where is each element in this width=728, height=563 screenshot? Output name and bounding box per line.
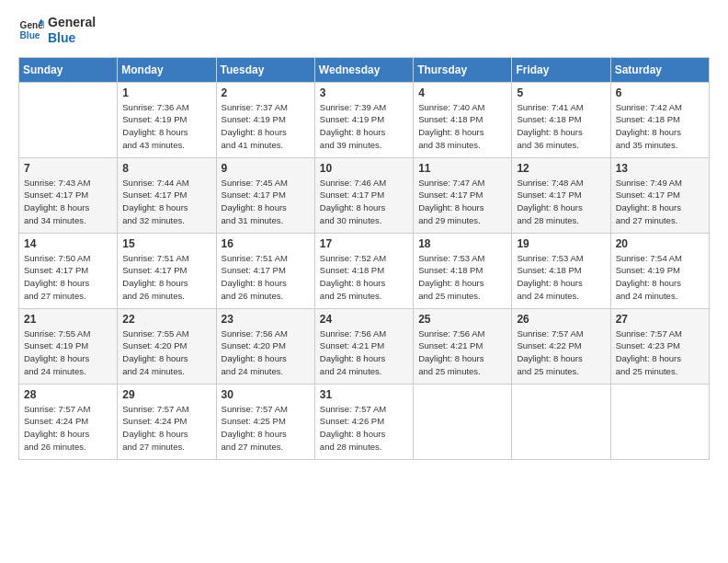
day-number: 5 (517, 86, 605, 99)
calendar-cell: 13Sunrise: 7:49 AMSunset: 4:17 PMDayligh… (610, 157, 709, 233)
day-number: 2 (222, 86, 310, 99)
day-info: Sunrise: 7:57 AMSunset: 4:24 PMDaylight:… (122, 403, 210, 454)
day-number: 29 (122, 388, 210, 401)
day-number: 30 (222, 388, 310, 401)
day-number: 21 (24, 313, 112, 326)
calendar-cell: 11Sunrise: 7:47 AMSunset: 4:17 PMDayligh… (414, 157, 512, 233)
day-info: Sunrise: 7:56 AMSunset: 4:21 PMDaylight:… (418, 327, 506, 378)
calendar-cell: 26Sunrise: 7:57 AMSunset: 4:22 PMDayligh… (512, 308, 610, 384)
svg-text:Blue: Blue (20, 30, 40, 40)
day-info: Sunrise: 7:57 AMSunset: 4:23 PMDaylight:… (616, 327, 704, 378)
day-number: 26 (517, 313, 605, 326)
calendar-cell: 15Sunrise: 7:51 AMSunset: 4:17 PMDayligh… (118, 233, 216, 308)
calendar-cell: 5Sunrise: 7:41 AMSunset: 4:18 PMDaylight… (512, 82, 610, 157)
day-header-saturday: Saturday (610, 57, 709, 82)
calendar-cell: 18Sunrise: 7:53 AMSunset: 4:18 PMDayligh… (414, 233, 512, 308)
week-row-3: 14Sunrise: 7:50 AMSunset: 4:17 PMDayligh… (19, 233, 710, 308)
day-info: Sunrise: 7:43 AMSunset: 4:17 PMDaylight:… (24, 177, 112, 227)
day-number: 9 (222, 162, 310, 175)
calendar-cell: 14Sunrise: 7:50 AMSunset: 4:17 PMDayligh… (19, 233, 118, 308)
day-number: 8 (122, 162, 210, 175)
day-info: Sunrise: 7:47 AMSunset: 4:17 PMDaylight:… (418, 177, 506, 227)
calendar-cell: 1Sunrise: 7:36 AMSunset: 4:19 PMDaylight… (118, 82, 216, 157)
day-number: 18 (418, 237, 506, 250)
day-info: Sunrise: 7:36 AMSunset: 4:19 PMDaylight:… (122, 101, 210, 152)
day-number: 14 (24, 237, 112, 250)
calendar-cell: 3Sunrise: 7:39 AMSunset: 4:19 PMDaylight… (314, 82, 413, 157)
day-number: 1 (122, 86, 210, 99)
day-info: Sunrise: 7:41 AMSunset: 4:18 PMDaylight:… (517, 101, 605, 152)
day-number: 15 (122, 237, 210, 250)
week-row-1: 1Sunrise: 7:36 AMSunset: 4:19 PMDaylight… (19, 82, 710, 157)
day-info: Sunrise: 7:56 AMSunset: 4:20 PMDaylight:… (222, 327, 310, 378)
calendar-cell: 10Sunrise: 7:46 AMSunset: 4:17 PMDayligh… (314, 157, 413, 233)
calendar-cell: 4Sunrise: 7:40 AMSunset: 4:18 PMDaylight… (414, 82, 512, 157)
day-info: Sunrise: 7:42 AMSunset: 4:18 PMDaylight:… (616, 101, 704, 152)
day-number: 25 (418, 313, 506, 326)
page-header: General Blue General Blue (18, 15, 710, 46)
day-info: Sunrise: 7:48 AMSunset: 4:17 PMDaylight:… (517, 177, 605, 227)
day-number: 23 (222, 313, 310, 326)
day-number: 31 (320, 388, 408, 401)
day-info: Sunrise: 7:50 AMSunset: 4:17 PMDaylight:… (24, 252, 112, 303)
day-info: Sunrise: 7:46 AMSunset: 4:17 PMDaylight:… (320, 177, 408, 227)
calendar-cell (414, 384, 512, 459)
calendar-cell: 30Sunrise: 7:57 AMSunset: 4:25 PMDayligh… (216, 384, 314, 459)
day-info: Sunrise: 7:52 AMSunset: 4:18 PMDaylight:… (320, 252, 408, 303)
day-info: Sunrise: 7:54 AMSunset: 4:19 PMDaylight:… (616, 252, 704, 303)
logo: General Blue General Blue (18, 15, 96, 46)
calendar-cell (610, 384, 709, 459)
day-number: 17 (320, 237, 408, 250)
calendar-cell: 2Sunrise: 7:37 AMSunset: 4:19 PMDaylight… (216, 82, 314, 157)
day-number: 13 (616, 162, 704, 175)
day-number: 4 (418, 86, 506, 99)
calendar-cell: 28Sunrise: 7:57 AMSunset: 4:24 PMDayligh… (19, 384, 118, 459)
calendar-table: SundayMondayTuesdayWednesdayThursdayFrid… (18, 57, 710, 460)
calendar-cell: 22Sunrise: 7:55 AMSunset: 4:20 PMDayligh… (118, 308, 216, 384)
day-number: 27 (616, 313, 704, 326)
day-info: Sunrise: 7:45 AMSunset: 4:17 PMDaylight:… (222, 177, 310, 227)
day-number: 22 (122, 313, 210, 326)
day-info: Sunrise: 7:57 AMSunset: 4:26 PMDaylight:… (320, 403, 408, 454)
day-info: Sunrise: 7:39 AMSunset: 4:19 PMDaylight:… (320, 101, 408, 152)
day-info: Sunrise: 7:49 AMSunset: 4:17 PMDaylight:… (616, 177, 704, 227)
day-number: 16 (222, 237, 310, 250)
calendar-cell: 19Sunrise: 7:53 AMSunset: 4:18 PMDayligh… (512, 233, 610, 308)
calendar-cell (19, 82, 118, 157)
calendar-cell: 23Sunrise: 7:56 AMSunset: 4:20 PMDayligh… (216, 308, 314, 384)
day-info: Sunrise: 7:55 AMSunset: 4:20 PMDaylight:… (122, 327, 210, 378)
calendar-cell: 6Sunrise: 7:42 AMSunset: 4:18 PMDaylight… (610, 82, 709, 157)
calendar-cell: 9Sunrise: 7:45 AMSunset: 4:17 PMDaylight… (216, 157, 314, 233)
day-number: 24 (320, 313, 408, 326)
logo-text: General Blue (48, 15, 96, 46)
day-header-friday: Friday (512, 57, 610, 82)
day-info: Sunrise: 7:51 AMSunset: 4:17 PMDaylight:… (122, 252, 210, 303)
day-info: Sunrise: 7:40 AMSunset: 4:18 PMDaylight:… (418, 101, 506, 152)
calendar-cell (512, 384, 610, 459)
logo-icon: General Blue (18, 17, 44, 43)
day-number: 6 (616, 86, 704, 99)
calendar-cell: 20Sunrise: 7:54 AMSunset: 4:19 PMDayligh… (610, 233, 709, 308)
day-header-thursday: Thursday (414, 57, 512, 82)
day-info: Sunrise: 7:53 AMSunset: 4:18 PMDaylight:… (517, 252, 605, 303)
calendar-cell: 17Sunrise: 7:52 AMSunset: 4:18 PMDayligh… (314, 233, 413, 308)
calendar-cell: 27Sunrise: 7:57 AMSunset: 4:23 PMDayligh… (610, 308, 709, 384)
calendar-cell: 8Sunrise: 7:44 AMSunset: 4:17 PMDaylight… (118, 157, 216, 233)
day-number: 11 (418, 162, 506, 175)
calendar-cell: 25Sunrise: 7:56 AMSunset: 4:21 PMDayligh… (414, 308, 512, 384)
week-row-2: 7Sunrise: 7:43 AMSunset: 4:17 PMDaylight… (19, 157, 710, 233)
day-info: Sunrise: 7:53 AMSunset: 4:18 PMDaylight:… (418, 252, 506, 303)
day-number: 28 (24, 388, 112, 401)
calendar-cell: 16Sunrise: 7:51 AMSunset: 4:17 PMDayligh… (216, 233, 314, 308)
day-info: Sunrise: 7:37 AMSunset: 4:19 PMDaylight:… (222, 101, 310, 152)
day-info: Sunrise: 7:56 AMSunset: 4:21 PMDaylight:… (320, 327, 408, 378)
day-info: Sunrise: 7:57 AMSunset: 4:24 PMDaylight:… (24, 403, 112, 454)
day-number: 10 (320, 162, 408, 175)
day-header-sunday: Sunday (19, 57, 118, 82)
day-info: Sunrise: 7:44 AMSunset: 4:17 PMDaylight:… (122, 177, 210, 227)
day-header-wednesday: Wednesday (314, 57, 413, 82)
calendar-cell: 21Sunrise: 7:55 AMSunset: 4:19 PMDayligh… (19, 308, 118, 384)
day-number: 19 (517, 237, 605, 250)
calendar-header-row: SundayMondayTuesdayWednesdayThursdayFrid… (19, 57, 710, 82)
calendar-cell: 29Sunrise: 7:57 AMSunset: 4:24 PMDayligh… (118, 384, 216, 459)
